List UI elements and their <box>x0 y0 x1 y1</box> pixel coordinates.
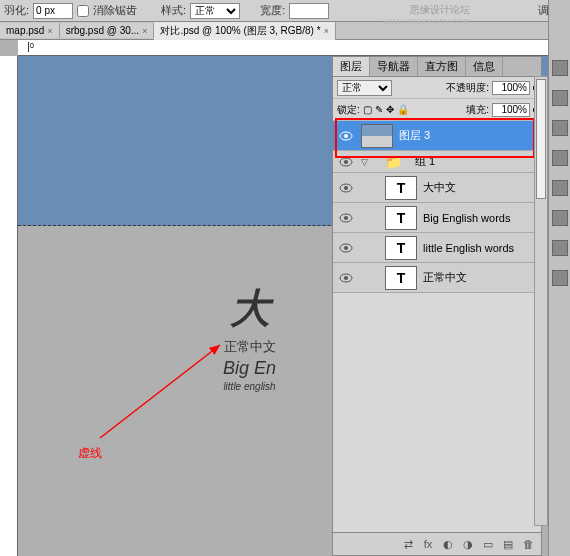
lock-label: 锁定: <box>337 103 360 117</box>
visibility-icon[interactable] <box>339 243 353 253</box>
layer-list: 图层 3 ▽ 📁 组 1 T 大中文 T Big English words T… <box>333 121 541 293</box>
options-bar: 羽化: 消除锯齿 样式: 正常 宽度: <box>0 0 570 22</box>
opacity-label: 不透明度: <box>446 81 489 95</box>
doc-tab-map[interactable]: map.psd × <box>0 23 60 38</box>
layers-panel: 正常 不透明度: ▸ 锁定: ▢ ✎ ✥ 🔒 填充: ▸ 图层 3 ▽ 📁 组 … <box>332 76 542 556</box>
link-layers-icon[interactable]: ⇄ <box>401 537 415 551</box>
layer-item[interactable]: T 大中文 <box>333 173 541 203</box>
visibility-icon[interactable] <box>339 157 353 167</box>
visibility-icon[interactable] <box>339 183 353 193</box>
panel-tabs: 图层 导航器 直方图 信息 <box>332 56 542 76</box>
panel-icon[interactable] <box>552 210 568 226</box>
text-layer-icon: T <box>385 236 417 260</box>
document-tabbar: map.psd × srbg.psd @ 30... × 对比.psd @ 10… <box>0 22 570 40</box>
layer-item[interactable]: T little English words <box>333 233 541 263</box>
lock-pixels-icon[interactable]: ✎ <box>375 104 383 115</box>
normal-chinese-text: 正常中文 <box>223 338 276 356</box>
layer-name: 组 1 <box>415 154 435 169</box>
trash-icon[interactable]: 🗑 <box>521 537 535 551</box>
close-icon[interactable]: × <box>324 26 329 36</box>
lock-position-icon[interactable]: ✥ <box>386 104 394 115</box>
scrollbar-vertical[interactable] <box>534 76 548 526</box>
layer-item[interactable]: T Big English words <box>333 203 541 233</box>
new-group-icon[interactable]: ▭ <box>481 537 495 551</box>
panel-icon[interactable] <box>552 120 568 136</box>
ruler-vertical <box>0 56 18 556</box>
visibility-icon[interactable] <box>339 273 353 283</box>
tab-info[interactable]: 信息 <box>466 57 503 76</box>
annotation-label: 虚线 <box>78 445 102 462</box>
mask-icon[interactable]: ◐ <box>441 537 455 551</box>
panel-icon[interactable] <box>552 150 568 166</box>
svg-point-8 <box>344 216 348 220</box>
svg-point-12 <box>344 276 348 280</box>
panel-icon[interactable] <box>552 270 568 286</box>
scroll-thumb[interactable] <box>536 79 546 199</box>
layer-name: little English words <box>423 242 514 254</box>
layer-group[interactable]: ▽ 📁 组 1 <box>333 151 541 173</box>
watermark-url: WWW.MISSYUAN.COM <box>383 17 470 26</box>
layer-item[interactable]: T 正常中文 <box>333 263 541 293</box>
canvas-content: 大 正常中文 Big En little english <box>223 281 276 392</box>
new-layer-icon[interactable]: ▤ <box>501 537 515 551</box>
text-layer-icon: T <box>385 206 417 230</box>
visibility-icon[interactable] <box>339 213 353 223</box>
svg-point-2 <box>344 134 348 138</box>
visibility-icon[interactable] <box>339 131 353 141</box>
svg-point-4 <box>344 160 348 164</box>
close-icon[interactable]: × <box>142 26 147 36</box>
big-english-text: Big En <box>223 358 276 379</box>
panel-icon[interactable] <box>552 240 568 256</box>
lock-all-icon[interactable]: 🔒 <box>397 104 409 115</box>
feather-label: 羽化: <box>4 3 29 18</box>
svg-point-6 <box>344 186 348 190</box>
svg-point-10 <box>344 246 348 250</box>
big-chinese-text: 大 <box>223 281 276 336</box>
layer-name: 大中文 <box>423 180 456 195</box>
adjustment-icon[interactable]: ◑ <box>461 537 475 551</box>
width-input[interactable] <box>289 3 329 19</box>
expand-icon[interactable]: ▽ <box>361 157 371 167</box>
text-layer-icon: T <box>385 176 417 200</box>
fill-input[interactable] <box>492 103 530 117</box>
antialias-label: 消除锯齿 <box>93 3 137 18</box>
panel-icon[interactable] <box>552 60 568 76</box>
feather-input[interactable] <box>33 3 73 19</box>
text-layer-icon: T <box>385 266 417 290</box>
collapsed-panels-strip <box>548 0 570 556</box>
watermark-text: 思缘设计论坛 <box>410 3 470 17</box>
layer-item[interactable]: 图层 3 <box>333 121 541 151</box>
layers-panel-footer: ⇄ fx ◐ ◑ ▭ ▤ 🗑 <box>332 532 542 556</box>
width-label: 宽度: <box>260 3 285 18</box>
blend-mode-select[interactable]: 正常 <box>337 80 392 96</box>
style-label: 样式: <box>161 3 186 18</box>
layer-name: 图层 3 <box>399 128 430 143</box>
layer-name: Big English words <box>423 212 510 224</box>
close-icon[interactable]: × <box>47 26 52 36</box>
layer-thumbnail <box>361 124 393 148</box>
layer-name: 正常中文 <box>423 270 467 285</box>
antialias-checkbox[interactable] <box>77 5 89 17</box>
style-select[interactable]: 正常 <box>190 3 240 19</box>
opacity-input[interactable] <box>492 81 530 95</box>
doc-tab-srbg[interactable]: srbg.psd @ 30... × <box>60 23 155 38</box>
panel-icon[interactable] <box>552 180 568 196</box>
doc-tab-active[interactable]: 对比.psd @ 100% (图层 3, RGB/8) * × <box>154 22 335 40</box>
fill-label: 填充: <box>466 103 489 117</box>
fx-icon[interactable]: fx <box>421 537 435 551</box>
tab-histogram[interactable]: 直方图 <box>418 57 466 76</box>
lock-transparency-icon[interactable]: ▢ <box>363 104 372 115</box>
folder-icon: 📁 <box>377 150 409 174</box>
panel-icon[interactable] <box>552 90 568 106</box>
tab-layers[interactable]: 图层 <box>333 57 370 76</box>
tab-navigator[interactable]: 导航器 <box>370 57 418 76</box>
little-english-text: little english <box>223 381 276 392</box>
ruler-horizontal: 0 <box>18 40 570 56</box>
